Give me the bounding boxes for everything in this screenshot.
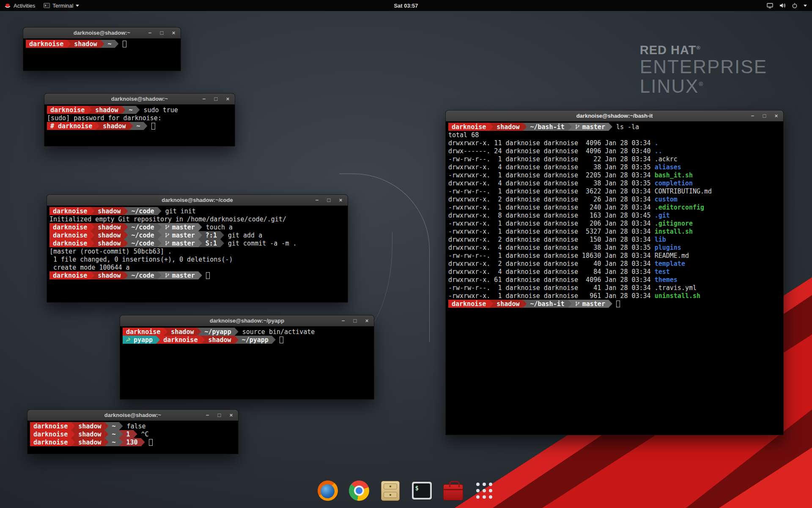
powerline-separator-icon <box>144 122 148 130</box>
file-name: aliases <box>655 163 681 171</box>
terminal-window[interactable]: darknoise@shadow:~ − □ × darknoiseshadow… <box>44 93 235 146</box>
powerline-separator-icon <box>124 223 128 231</box>
terminal-body[interactable]: darknoiseshadow~sudo true[sudo] password… <box>44 105 235 146</box>
powerline-separator-icon <box>197 328 201 336</box>
minimize-button[interactable]: − <box>205 412 210 418</box>
window-title: darknoise@shadow:~/code <box>47 197 348 203</box>
maximize-button[interactable]: □ <box>352 318 358 323</box>
window-titlebar[interactable]: darknoise@shadow:~/code − □ × <box>47 195 348 206</box>
powerline-separator-icon <box>104 430 108 438</box>
terminal-window[interactable]: darknoise@shadow:~/pyapp − □ × darknoise… <box>120 315 374 400</box>
terminal-line: darknoiseshadow~130 <box>30 438 236 446</box>
minimize-button[interactable]: − <box>201 96 207 102</box>
prompt-segment: darknoise <box>448 300 489 308</box>
file-row: drwxrwxr-x. 2 darknoise darknoise 26 Jan… <box>448 195 781 203</box>
file-meta: -rwxrwxr-x. 1 darknoise darknoise 961 Ja… <box>448 292 655 300</box>
command-text: sudo true <box>140 106 178 114</box>
terminal-line: darknoiseshadow~sudo true <box>47 106 232 114</box>
maximize-button[interactable]: □ <box>326 197 332 203</box>
powerline-separator-icon <box>201 336 205 344</box>
file-name: bash_it.sh <box>655 171 693 179</box>
terminal-icon[interactable]: $ <box>410 479 433 502</box>
prompt-segment: ~ <box>108 430 119 438</box>
powerline-separator-icon <box>523 300 527 308</box>
close-button[interactable]: × <box>225 96 230 102</box>
prompt-segment: shadow <box>94 231 124 239</box>
powerline-separator-icon <box>158 231 162 239</box>
window-titlebar[interactable]: darknoise@shadow:~ − □ × <box>23 28 181 39</box>
output-text: create mode 100644 a <box>49 263 130 271</box>
power-icon <box>792 3 798 8</box>
dock: $ <box>316 479 496 502</box>
maximize-button[interactable]: □ <box>762 113 767 119</box>
prompt-segment: master <box>572 123 609 131</box>
close-button[interactable]: × <box>364 318 370 323</box>
terminal-window[interactable]: darknoise@shadow:~ − □ × darknoiseshadow… <box>27 409 239 454</box>
terminal-body[interactable]: darknoiseshadow~falsedarknoiseshadow~1^C… <box>27 421 238 454</box>
minimize-button[interactable]: − <box>147 30 153 36</box>
window-titlebar[interactable]: darknoise@shadow:~ − □ × <box>27 410 238 421</box>
terminal-prompt-glyph: $ <box>415 485 419 491</box>
terminal-cursor <box>206 272 210 279</box>
toolbox-icon[interactable] <box>441 479 465 502</box>
minimize-button[interactable]: − <box>314 197 320 203</box>
powerline-separator-icon <box>104 438 108 446</box>
git-branch-icon <box>165 273 170 278</box>
prompt-segment: darknoise <box>49 239 91 247</box>
window-titlebar[interactable]: darknoise@shadow:~ − □ × <box>44 94 235 105</box>
file-meta: drwx------. 24 darknoise darknoise 4096 … <box>448 147 655 155</box>
maximize-button[interactable]: □ <box>213 96 219 102</box>
top-bar: Activities Terminal Sat 03:57 <box>0 0 812 11</box>
file-meta: drwxrwxr-x. 4 darknoise darknoise 38 Jan… <box>448 243 655 251</box>
terminal-body[interactable]: darknoiseshadow~/bash-itmasterls -latota… <box>446 121 783 435</box>
prompt-segment: darknoise <box>49 271 91 279</box>
command-text: false <box>123 422 146 430</box>
close-button[interactable]: × <box>338 197 343 203</box>
terminal-line: darknoiseshadow~/codemastertouch a <box>49 223 345 231</box>
files-icon[interactable] <box>379 479 402 502</box>
prompt-segment: ~/pyapp <box>239 336 272 344</box>
file-meta: drwxrwxr-x. 2 darknoise darknoise 150 Ja… <box>448 235 655 243</box>
close-button[interactable]: × <box>171 30 176 36</box>
app-menu-terminal[interactable]: Terminal <box>39 0 83 11</box>
powerline-separator-icon <box>156 336 160 344</box>
powerline-separator-icon <box>523 123 527 131</box>
prompt-segment: master <box>572 300 609 308</box>
terminal-window[interactable]: darknoise@shadow:~/code − □ × darknoises… <box>47 194 348 303</box>
prompt-segment: pyapp <box>123 336 156 344</box>
powerline-separator-icon <box>124 271 128 279</box>
minimize-button[interactable]: − <box>750 113 755 119</box>
terminal-body[interactable]: darknoiseshadow~/codegit initInitialized… <box>47 206 348 302</box>
maximize-button[interactable]: □ <box>159 30 165 36</box>
file-row: drwxrwxr-x. 4 darknoise darknoise 38 Jan… <box>448 179 781 187</box>
terminal-body[interactable]: darknoiseshadow~ <box>23 39 181 71</box>
volume-icon <box>779 3 786 8</box>
powerline-separator-icon <box>235 336 239 344</box>
chrome-icon[interactable] <box>347 479 371 502</box>
maximize-button[interactable]: □ <box>217 412 222 418</box>
system-tray[interactable] <box>767 3 812 8</box>
powerline-separator-icon <box>198 223 202 231</box>
clock[interactable]: Sat 03:57 <box>394 3 418 9</box>
close-button[interactable]: × <box>228 412 234 418</box>
powerline-separator-icon <box>235 328 239 336</box>
minimize-button[interactable]: − <box>340 318 346 323</box>
activities-button[interactable]: Activities <box>0 0 39 11</box>
terminal-window[interactable]: darknoise@shadow:~ − □ × darknoiseshadow… <box>23 27 181 71</box>
firefox-icon[interactable] <box>316 479 340 502</box>
show-apps-icon[interactable] <box>472 479 496 502</box>
git-branch-icon <box>165 233 170 237</box>
terminal-body[interactable]: darknoiseshadow~/pyappsource bin/activat… <box>120 326 374 399</box>
file-meta: -rwxrwxr-x. 1 darknoise darknoise 5327 J… <box>448 227 655 235</box>
prompt-segment: 1 <box>123 430 134 438</box>
file-name: template <box>655 260 685 268</box>
window-titlebar[interactable]: darknoise@shadow:~/pyapp − □ × <box>120 315 374 326</box>
terminal-window[interactable]: darknoise@shadow:~/bash-it − □ × darknoi… <box>445 110 784 435</box>
window-titlebar[interactable]: darknoise@shadow:~/bash-it − □ × <box>446 110 783 121</box>
powerline-separator-icon <box>124 231 128 239</box>
file-row: -rwxrwxr-x. 1 darknoise darknoise 206 Ja… <box>448 219 781 227</box>
prompt-segment: darknoise <box>30 430 71 438</box>
close-button[interactable]: × <box>774 113 779 119</box>
prompt-segment: shadow <box>493 300 523 308</box>
powerline-separator-icon <box>568 123 572 131</box>
